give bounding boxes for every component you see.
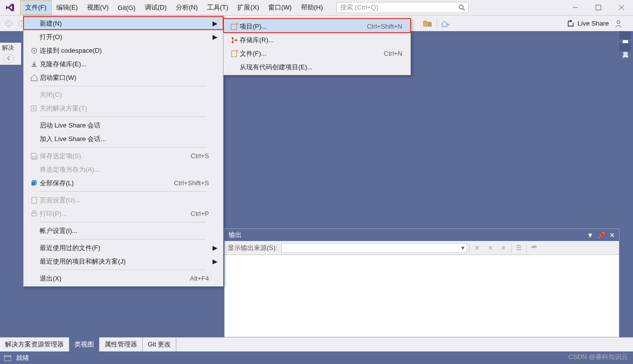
watermark: CSDN @睿科知识云: [568, 352, 628, 361]
server-explorer-tab[interactable]: 服务器资源管理器: [619, 31, 631, 39]
menu-item-shortcut: Ctrl+N: [384, 50, 405, 57]
minimize-button[interactable]: [564, 0, 587, 15]
toolbox-tab[interactable]: 工具箱: [619, 43, 631, 51]
separator: [437, 19, 437, 29]
indent-right-icon[interactable]: ≡: [498, 242, 509, 254]
menu-debug[interactable]: 调试(D): [140, 0, 171, 15]
tab-property-manager[interactable]: 属性管理器: [99, 337, 143, 351]
svg-rect-17: [33, 157, 36, 159]
back-icon[interactable]: [3, 18, 14, 29]
pin-icon[interactable]: 📌: [597, 231, 605, 239]
new-submenu-item-1[interactable]: 存储库(R)...: [225, 33, 409, 47]
menu-item-label: 从现有代码创建项目(E)...: [240, 63, 402, 72]
account-icon[interactable]: [613, 18, 624, 29]
menu-separator: [40, 116, 206, 117]
window-icon: [4, 355, 11, 361]
submenu-arrow-icon: ▶: [212, 244, 218, 252]
solution-explorer-tab[interactable]: 解决: [0, 43, 21, 52]
file-menu-item-14[interactable]: 全部保存(L)Ctrl+Shift+S: [25, 176, 222, 190]
output-toolbar: 显示输出来源(S): ✕ ≡ ≡ ☰ ᵃᵇ: [225, 241, 619, 255]
menu-file[interactable]: 文件(F): [20, 0, 52, 15]
menu-item-shortcut: Ctrl+P: [191, 210, 212, 217]
menu-git[interactable]: Git(G): [113, 0, 140, 15]
new-submenu-item-2[interactable]: ✦文件(F)...Ctrl+N: [225, 47, 409, 60]
clear-icon[interactable]: ✕: [472, 242, 483, 254]
file-menu-item-4[interactable]: 启动窗口(W): [25, 71, 222, 84]
file-menu-item-6: 关闭(C): [25, 88, 222, 101]
separator: [511, 244, 511, 253]
menu-help[interactable]: 帮助(H): [296, 0, 328, 15]
file-menu-item-21[interactable]: 最近使用过的文件(F)▶: [25, 241, 222, 255]
close-icon[interactable]: ✕: [609, 231, 615, 239]
submenu-arrow-icon: ▶: [212, 33, 218, 41]
menu-tools[interactable]: 工具(T): [202, 0, 233, 15]
menu-separator: [40, 191, 206, 192]
menu-item-icon: [29, 210, 40, 218]
maximize-button[interactable]: [587, 0, 610, 15]
menu-item-icon: [29, 179, 40, 187]
tab-class-view[interactable]: 类视图: [69, 337, 99, 351]
search-input[interactable]: 搜索 (Ctrl+Q): [337, 2, 469, 13]
menu-item-label: 项目(P)...: [240, 22, 367, 31]
new-submenu-item-3[interactable]: 从现有代码创建项目(E)...: [225, 60, 409, 74]
svg-rect-27: [4, 355, 11, 361]
svg-rect-3: [596, 5, 601, 10]
file-menu-item-13: 将选定项另存为(A)...: [25, 163, 222, 176]
file-menu-item-24[interactable]: 退出(X)Alt+F4: [25, 272, 222, 285]
menu-item-label: 最近使用的项目和解决方案(J): [40, 257, 209, 266]
separator: [526, 244, 527, 253]
file-menu-item-19[interactable]: 帐户设置(I)...: [25, 224, 222, 237]
liveshare-button[interactable]: Live Share: [567, 20, 609, 28]
folder-icon[interactable]: [422, 18, 433, 29]
file-menu-item-3[interactable]: 克隆存储库(E)...: [25, 57, 222, 71]
tab-git-changes[interactable]: Git 更改: [143, 337, 176, 351]
toggle-icon[interactable]: ᵃᵇ: [529, 242, 540, 254]
menu-item-label: 打印(P)...: [40, 209, 191, 218]
svg-rect-20: [33, 211, 36, 213]
svg-point-6: [6, 21, 12, 27]
search-placeholder: 搜索 (Ctrl+Q): [340, 3, 378, 12]
liveshare-label: Live Share: [578, 20, 609, 27]
file-menu-item-0[interactable]: 新建(N)▶: [25, 17, 222, 30]
menu-item-label: 打开(O): [40, 33, 209, 42]
search-icon: [458, 4, 465, 11]
output-source-label: 显示输出来源(S):: [228, 244, 277, 253]
dropdown-icon[interactable]: ▼: [587, 231, 593, 239]
file-menu-item-22[interactable]: 最近使用的项目和解决方案(J)▶: [25, 255, 222, 268]
right-dock: 服务器资源管理器 工具箱: [619, 31, 631, 51]
home-dropdown-icon[interactable]: [441, 18, 452, 29]
close-button[interactable]: [610, 0, 633, 15]
main-menu: 文件(F) 编辑(E) 视图(V) Git(G) 调试(D) 分析(N) 工具(…: [20, 0, 328, 15]
new-submenu-item-0[interactable]: ✦项目(P)...Ctrl+Shift+N: [225, 20, 409, 33]
file-menu-item-10[interactable]: 加入 Live Share 会话...: [25, 132, 222, 146]
menu-analyze[interactable]: 分析(N): [171, 0, 202, 15]
svg-point-24: [232, 41, 234, 43]
menu-item-label: 文件(F)...: [240, 49, 384, 58]
menu-separator: [40, 222, 206, 222]
menu-view[interactable]: 视图(V): [82, 0, 113, 15]
menu-item-label: 退出(X): [40, 274, 190, 283]
menu-item-label: 新建(N): [40, 19, 209, 28]
svg-line-13: [36, 48, 37, 49]
menu-item-label: 启动 Live Share 会话: [40, 121, 209, 130]
menu-item-icon: [29, 47, 40, 55]
menu-item-icon: ✦: [229, 23, 240, 31]
file-menu-item-2[interactable]: 连接到 codespace(D): [25, 44, 222, 57]
nav-back-icon[interactable]: [3, 54, 14, 63]
menu-window[interactable]: 窗口(W): [264, 0, 296, 15]
wrap-icon[interactable]: ☰: [513, 242, 524, 254]
menu-item-label: 克隆存储库(E)...: [40, 60, 209, 69]
menu-extensions[interactable]: 扩展(X): [233, 0, 263, 15]
submenu-arrow-icon: ▶: [212, 258, 218, 265]
menu-separator: [40, 270, 206, 270]
svg-line-1: [463, 9, 465, 11]
file-menu-item-7: 关闭解决方案(T): [25, 101, 222, 115]
menu-item-shortcut: Ctrl+S: [191, 152, 212, 160]
menu-edit[interactable]: 编辑(E): [52, 0, 82, 15]
indent-left-icon[interactable]: ≡: [485, 242, 496, 254]
output-source-combo[interactable]: [281, 243, 467, 253]
file-menu-item-1[interactable]: 打开(O)▶: [25, 30, 222, 44]
tab-solution-explorer[interactable]: 解决方案资源管理器: [0, 337, 69, 351]
menu-item-icon: [29, 60, 40, 68]
file-menu-item-9[interactable]: 启动 Live Share 会话: [25, 118, 222, 132]
